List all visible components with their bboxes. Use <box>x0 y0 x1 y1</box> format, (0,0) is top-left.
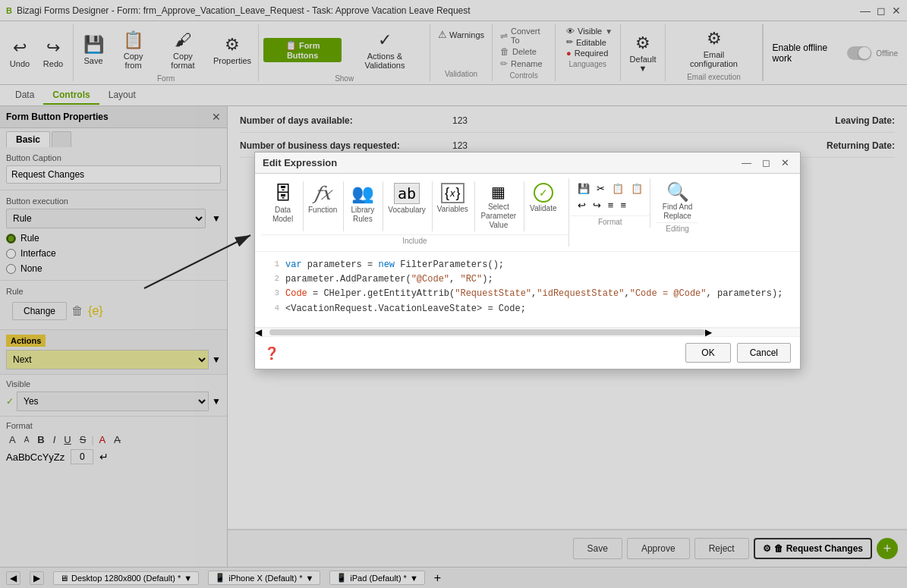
editing-label: Editing <box>657 222 698 234</box>
format-row-1: 💾 ✂ 📋 📋 <box>575 181 645 196</box>
modal-close-button[interactable]: ✕ <box>778 157 792 168</box>
find-replace-icon: 🔍 <box>666 181 689 203</box>
data-model-icon: 🗄 <box>274 183 292 204</box>
select-parameter-icon: ▦ <box>491 183 505 201</box>
include-tools: 🗄 DataModel 𝑓𝑥 Function 👥 LibraryRules <box>261 178 568 234</box>
modal-controls: — ◻ ✕ <box>739 157 792 168</box>
format-save-btn[interactable]: 💾 <box>575 181 592 196</box>
scroll-left-btn[interactable]: ◀ <box>255 327 262 338</box>
editing-section: 🔍 Find AndReplace Editing <box>652 178 703 236</box>
modal-minimize-button[interactable]: — <box>739 157 754 168</box>
help-icon[interactable]: ❓ <box>264 346 279 360</box>
format-col-1: 💾 ✂ 📋 📋 ↩ ↪ ≡ ≡ <box>575 181 645 212</box>
format-redo-btn[interactable]: ↪ <box>590 198 603 212</box>
validate-tool[interactable]: ✓ Validate <box>526 181 564 231</box>
format-copy-btn[interactable]: 📋 <box>609 181 626 196</box>
format-label-modal: Format <box>571 215 650 228</box>
modal-scrollbar[interactable]: ◀ ▶ <box>255 328 800 337</box>
library-rules-icon: 👥 <box>351 183 374 204</box>
function-tool[interactable]: 𝑓𝑥 Function <box>305 181 344 231</box>
function-icon: 𝑓𝑥 <box>314 183 331 204</box>
library-rules-tool[interactable]: 👥 LibraryRules <box>345 181 383 231</box>
validate-icon: ✓ <box>534 183 553 203</box>
scroll-thumb[interactable] <box>269 329 705 335</box>
variables-icon: {x} <box>441 183 465 203</box>
code-line-4: 4 <VacationRequest.VacationLeaveState> =… <box>261 302 794 316</box>
code-line-3: 3 Code = CHelper.getEntityAttrib("Reques… <box>261 287 794 301</box>
modal-title: Edit Expression <box>263 157 337 168</box>
format-cut-btn[interactable]: ✂ <box>594 181 607 196</box>
code-line-1: 1 var parameters = new FilterParameters(… <box>261 258 794 272</box>
vocabulary-icon: ab <box>394 183 420 204</box>
modal-restore-button[interactable]: ◻ <box>759 157 773 168</box>
modal-toolbar: 🗄 DataModel 𝑓𝑥 Function 👥 LibraryRules <box>255 174 800 252</box>
ok-button[interactable]: OK <box>685 343 730 363</box>
include-label: Include <box>261 234 568 247</box>
select-parameter-tool[interactable]: ▦ Select Parameter Value <box>477 181 524 231</box>
vocabulary-tool[interactable]: ab Vocabulary <box>385 181 432 231</box>
format-outdent-btn[interactable]: ≡ <box>618 198 628 212</box>
find-replace-tool[interactable]: 🔍 Find AndReplace <box>657 180 698 222</box>
data-model-tool[interactable]: 🗄 DataModel <box>266 181 304 231</box>
cancel-button[interactable]: Cancel <box>737 343 791 363</box>
modal-overlay: Edit Expression — ◻ ✕ 🗄 DataModel <box>0 0 907 588</box>
modal-header: Edit Expression — ◻ ✕ <box>255 153 800 174</box>
include-section: 🗄 DataModel 𝑓𝑥 Function 👥 LibraryRules <box>261 178 569 247</box>
code-editor[interactable]: 1 var parameters = new FilterParameters(… <box>255 252 800 328</box>
code-line-2: 2 parameter.AddParameter("@Code", "RC"); <box>261 272 794 287</box>
format-undo-btn[interactable]: ↩ <box>575 198 588 212</box>
edit-expression-modal: Edit Expression — ◻ ✕ 🗄 DataModel <box>254 152 801 369</box>
modal-footer: ❓ OK Cancel <box>255 337 800 369</box>
format-tools: 💾 ✂ 📋 📋 ↩ ↪ ≡ ≡ <box>571 178 650 215</box>
format-row-2: ↩ ↪ ≡ ≡ <box>575 198 645 212</box>
format-indent-btn[interactable]: ≡ <box>606 198 616 212</box>
format-section-modal: 💾 ✂ 📋 📋 ↩ ↪ ≡ ≡ Format <box>571 178 650 228</box>
variables-tool[interactable]: {x} Variables <box>434 181 475 231</box>
format-paste-btn[interactable]: 📋 <box>628 181 645 196</box>
scroll-right-btn[interactable]: ▶ <box>705 327 712 338</box>
